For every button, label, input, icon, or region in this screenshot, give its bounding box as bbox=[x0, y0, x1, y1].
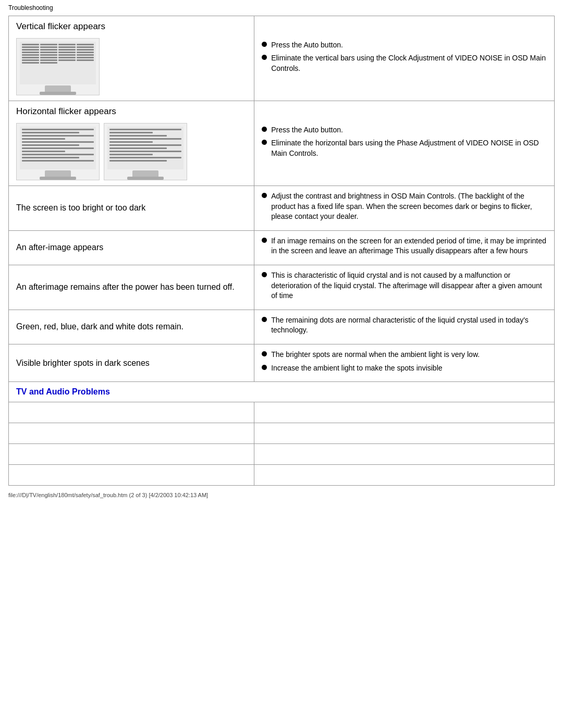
table-row: Vertical flicker appears bbox=[9, 16, 555, 101]
hline bbox=[22, 151, 65, 152]
solution-cell-color-dots: The remaining dots are normal characteri… bbox=[254, 310, 555, 344]
solutions-list: The remaining dots are normal characteri… bbox=[262, 315, 547, 336]
table-row: Green, red, blue, dark and white dots re… bbox=[9, 310, 555, 344]
solution-cell-visible-brighter-spots: The brighter spots are normal when the a… bbox=[254, 344, 555, 381]
solution-text: Increase the ambient light to make the s… bbox=[271, 363, 442, 374]
vline bbox=[40, 44, 57, 45]
list-item: Press the Auto button. bbox=[262, 125, 547, 135]
tv-audio-link[interactable]: TV and Audio Problems bbox=[16, 387, 110, 396]
hline bbox=[22, 144, 79, 146]
hline bbox=[109, 151, 181, 152]
hline bbox=[109, 147, 167, 149]
vline bbox=[40, 54, 57, 56]
table-row: An after-image appears If an image remai… bbox=[9, 230, 555, 265]
vline bbox=[40, 57, 57, 58]
hline bbox=[22, 147, 94, 149]
monitor-images-vertical bbox=[16, 38, 247, 95]
monitor-screen bbox=[20, 127, 96, 169]
vline bbox=[22, 57, 39, 58]
vline bbox=[77, 54, 94, 56]
problem-cell-color-dots: Green, red, blue, dark and white dots re… bbox=[9, 310, 254, 344]
vline bbox=[58, 59, 76, 61]
hline bbox=[22, 135, 94, 137]
hline bbox=[109, 138, 181, 140]
vline bbox=[22, 62, 39, 64]
problem-cell-vertical-flicker: Vertical flicker appears bbox=[9, 16, 254, 101]
hline bbox=[109, 129, 181, 130]
breadcrumb: Troubleshooting bbox=[8, 4, 555, 11]
vline bbox=[77, 44, 94, 45]
vline bbox=[22, 59, 39, 61]
vline bbox=[40, 62, 57, 64]
monitor-base bbox=[40, 177, 76, 180]
list-item: The brighter spots are normal when the a… bbox=[262, 350, 547, 360]
solution-text: This is characteristic of liquid crystal… bbox=[271, 270, 547, 301]
solutions-list: The brighter spots are normal when the a… bbox=[262, 350, 547, 373]
problem-cell-after-image: An after-image appears bbox=[9, 230, 254, 265]
tv-audio-row: TV and Audio Problems bbox=[9, 382, 555, 402]
list-item: Eliminate the horizontal bars using the … bbox=[262, 138, 547, 158]
list-item: Adjust the contrast and brightness in OS… bbox=[262, 191, 547, 222]
bullet-dot bbox=[262, 272, 267, 277]
list-item: Increase the ambient light to make the s… bbox=[262, 363, 547, 374]
solutions-list: Press the Auto button. Eliminate the ver… bbox=[262, 40, 547, 74]
vline bbox=[58, 54, 76, 56]
problem-title: The screen is too bright or too dark bbox=[16, 203, 145, 212]
table-row: Horizontal flicker appears bbox=[9, 101, 555, 186]
vline bbox=[22, 54, 39, 56]
vline bbox=[58, 57, 76, 58]
bullet-dot bbox=[262, 42, 267, 47]
problem-title: Green, red, blue, dark and white dots re… bbox=[16, 322, 183, 331]
solutions-list: This is characteristic of liquid crystal… bbox=[262, 270, 547, 301]
vline bbox=[22, 44, 39, 45]
vline bbox=[77, 52, 94, 53]
problem-title: Horizontal flicker appears bbox=[16, 106, 247, 119]
problem-title: Visible brighter spots in dark scenes bbox=[16, 359, 150, 367]
bullet-dot bbox=[262, 351, 267, 356]
solution-text: The brighter spots are normal when the a… bbox=[271, 350, 480, 360]
problem-cell-visible-brighter-spots: Visible brighter spots in dark scenes bbox=[9, 344, 254, 381]
solution-cell-too-bright-dark: Adjust the contrast and brightness in OS… bbox=[254, 186, 555, 231]
hline bbox=[22, 141, 94, 143]
solutions-list: Press the Auto button. Eliminate the hor… bbox=[262, 125, 547, 159]
bullet-dot bbox=[262, 365, 267, 370]
hline bbox=[109, 135, 167, 137]
problem-title: An afterimage remains after the power ha… bbox=[16, 282, 235, 291]
hline bbox=[109, 154, 153, 155]
hline bbox=[22, 129, 94, 130]
bullet-dot bbox=[262, 193, 267, 198]
horizontal-flicker-lines bbox=[20, 127, 96, 164]
vline bbox=[40, 46, 57, 48]
hline bbox=[22, 160, 94, 162]
vline bbox=[58, 46, 76, 48]
monitor-base bbox=[40, 92, 76, 95]
bullet-dot bbox=[262, 238, 267, 243]
list-item: Eliminate the vertical bars using the Cl… bbox=[262, 53, 547, 73]
table-row: The screen is too bright or too dark Adj… bbox=[9, 186, 555, 231]
vline bbox=[22, 46, 39, 48]
vline bbox=[58, 49, 76, 51]
hline bbox=[22, 157, 79, 158]
monitor-screen bbox=[107, 127, 183, 169]
solution-cell-afterimage-power: This is characteristic of liquid crystal… bbox=[254, 265, 555, 310]
footer: file:///D|/TV/english/180mt/safety/saf_t… bbox=[8, 492, 555, 500]
solution-text: Eliminate the horizontal bars using the … bbox=[271, 138, 547, 158]
vline bbox=[58, 44, 76, 45]
solution-text: Adjust the contrast and brightness in OS… bbox=[271, 191, 547, 222]
monitor-image bbox=[16, 38, 100, 95]
hline bbox=[109, 160, 167, 162]
solution-cell-after-image: If an image remains on the screen for an… bbox=[254, 230, 555, 265]
troubleshooting-table: Vertical flicker appears bbox=[8, 16, 555, 486]
list-item: This is characteristic of liquid crystal… bbox=[262, 270, 547, 301]
monitor-screen bbox=[20, 42, 96, 84]
bullet-dot bbox=[262, 55, 267, 60]
solution-text: If an image remains on the screen for an… bbox=[271, 236, 547, 256]
bullet-dot bbox=[262, 127, 267, 132]
monitor-base bbox=[127, 177, 164, 180]
bullet-dot bbox=[262, 140, 267, 145]
vline bbox=[77, 59, 94, 61]
table-row: An afterimage remains after the power ha… bbox=[9, 265, 555, 310]
horizontal-flicker-lines-2 bbox=[107, 127, 183, 164]
monitor-images-horizontal bbox=[16, 123, 247, 180]
hline bbox=[109, 144, 181, 146]
